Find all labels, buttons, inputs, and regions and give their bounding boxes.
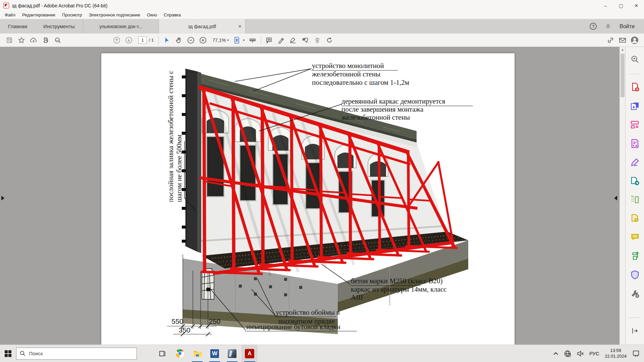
account-avatar-icon[interactable] xyxy=(629,35,641,46)
pdf-page: устройство монолитной железобетонной сте… xyxy=(101,53,515,345)
note-timber-line3: железобетонной стены xyxy=(341,113,410,121)
presentation-mode-icon[interactable] xyxy=(247,35,259,46)
bell-icon[interactable] xyxy=(605,23,611,30)
note-monolithic-line1: устройство монолитной xyxy=(312,62,384,70)
zoom-level-value[interactable]: 77,1% xyxy=(212,38,226,43)
menu-file[interactable]: Файл xyxy=(1,12,19,17)
edit-pdf-icon[interactable] xyxy=(630,120,640,130)
note-clamps-line1: устройство обоймы в xyxy=(276,308,340,316)
email-icon[interactable] xyxy=(616,35,629,46)
more-tools-icon[interactable] xyxy=(630,289,640,299)
volume-muted-icon[interactable] xyxy=(577,351,584,357)
page-total-label: / 1 xyxy=(149,38,154,43)
open-tools-pane-icon[interactable] xyxy=(630,326,640,336)
tab-tools[interactable]: Инструменты xyxy=(35,19,83,34)
search-glass-icon xyxy=(20,351,25,356)
zoom-out-icon[interactable] xyxy=(185,35,197,46)
open-navigation-pane-icon[interactable] xyxy=(1,196,4,200)
menu-view[interactable]: Просмотр xyxy=(59,12,85,17)
rotate-icon[interactable] xyxy=(323,35,335,46)
vertical-scrollbar[interactable]: ▲ xyxy=(620,47,625,345)
maximize-button[interactable]: ▢ xyxy=(613,0,629,11)
create-pdf-icon[interactable] xyxy=(630,82,640,92)
note-concrete-line2: каркас из арматуры 14мм, класс xyxy=(351,285,447,293)
file-explorer-button[interactable] xyxy=(189,345,205,362)
menu-help[interactable]: Справка xyxy=(160,12,184,17)
organize-pages-icon[interactable] xyxy=(630,195,640,205)
send-for-review-icon[interactable] xyxy=(630,214,640,224)
note-concrete-line3: АIII xyxy=(351,293,363,301)
main-toolbar: 1 / 1 77,1% ▾ ▾ xyxy=(0,34,644,47)
file-explorer-icon xyxy=(193,350,202,358)
document-canvas[interactable]: устройство монолитной железобетонной сте… xyxy=(0,47,625,345)
sign-pen-icon[interactable] xyxy=(287,35,299,46)
hand-tool-icon[interactable] xyxy=(173,35,185,46)
menu-edit[interactable]: Редактирование xyxy=(19,12,59,17)
dimension-550: 550 xyxy=(171,317,183,325)
search-placeholder: Поиск xyxy=(29,351,43,356)
search-icon[interactable] xyxy=(52,35,64,46)
fit-dropdown-icon[interactable]: ▾ xyxy=(243,38,245,42)
dimension-250: 250 xyxy=(209,317,220,325)
scrollbar-thumb[interactable] xyxy=(621,54,625,97)
comment-tool-icon[interactable] xyxy=(630,232,640,242)
taskbar-search-input[interactable]: Поиск xyxy=(16,348,137,360)
document-tab-1[interactable]: ульяновские док-т... xyxy=(83,19,159,34)
action-center-icon[interactable] xyxy=(632,350,640,357)
scroll-up-icon[interactable]: ▲ xyxy=(620,47,625,52)
stamp-icon[interactable] xyxy=(299,35,311,46)
language-indicator[interactable]: РУС xyxy=(589,351,599,356)
previous-page-icon[interactable] xyxy=(111,35,123,46)
star-icon[interactable] xyxy=(15,35,28,46)
print-icon[interactable] xyxy=(40,35,52,46)
windows-taskbar: Поиск W A РУС 13:59 22.01.2024 xyxy=(0,345,644,362)
previous-view-icon[interactable] xyxy=(614,196,617,200)
scan-ocr-icon[interactable] xyxy=(630,251,640,261)
trash-icon[interactable] xyxy=(311,35,323,46)
prepare-form-icon[interactable] xyxy=(630,138,640,148)
save-icon[interactable] xyxy=(3,35,15,46)
sign-in-button[interactable]: Войти xyxy=(620,23,635,29)
protect-icon[interactable] xyxy=(630,270,640,280)
document-tab-2[interactable]: зд фасад.pdf ✕ xyxy=(159,19,246,34)
title-bar: зд фасад.pdf - Adobe Acrobat Pro DC (64-… xyxy=(0,0,644,11)
workspace: устройство монолитной железобетонной сте… xyxy=(0,47,644,345)
share-cloud-icon[interactable] xyxy=(28,35,40,46)
zoom-in-icon[interactable] xyxy=(197,35,209,46)
menu-esign[interactable]: Электронное подписание xyxy=(85,12,144,17)
chrome-icon xyxy=(175,349,184,358)
note-monolithic-line3: последовательно с шагом 1-1,2м xyxy=(312,78,409,86)
export-pdf-icon[interactable] xyxy=(630,101,640,111)
next-page-icon[interactable] xyxy=(123,35,135,46)
link-icon[interactable] xyxy=(604,35,616,46)
start-button[interactable] xyxy=(0,345,16,362)
page-number-input[interactable]: 1 xyxy=(138,37,147,44)
menu-window[interactable]: Окно xyxy=(144,12,160,17)
zoom-dropdown-icon[interactable]: ▾ xyxy=(227,38,229,42)
word-button[interactable]: W xyxy=(207,345,223,362)
image-viewer-icon xyxy=(228,349,236,358)
comment-icon[interactable] xyxy=(263,35,275,46)
close-tab-icon[interactable]: ✕ xyxy=(238,24,242,29)
hidden-icons-chevron-icon[interactable] xyxy=(553,352,558,355)
acrobat-icon: A xyxy=(245,349,254,358)
select-cursor-icon[interactable] xyxy=(161,35,173,46)
fit-page-icon[interactable] xyxy=(231,35,243,46)
task-view-button[interactable] xyxy=(154,345,170,362)
chrome-button[interactable] xyxy=(172,345,188,362)
tools-rail xyxy=(625,47,644,345)
note-monolithic-line2: железобетонной стены xyxy=(312,70,380,78)
image-viewer-button[interactable] xyxy=(224,345,240,362)
taskbar-clock[interactable]: 13:59 22.01.2024 xyxy=(605,348,627,359)
help-icon[interactable]: ? xyxy=(590,23,597,30)
close-button[interactable]: ✕ xyxy=(629,0,644,11)
fill-and-sign-icon[interactable] xyxy=(630,157,640,167)
tab-home[interactable]: Главная xyxy=(0,19,35,34)
search-enhance-icon[interactable] xyxy=(630,54,640,64)
minimize-button[interactable]: – xyxy=(598,0,613,11)
network-globe-icon[interactable] xyxy=(564,350,571,357)
acrobat-button[interactable]: A xyxy=(241,345,258,362)
note-concrete-line1: бетон марки М250 (класс В20) xyxy=(351,277,443,285)
highlight-icon[interactable] xyxy=(275,35,287,46)
share-pdf-icon[interactable] xyxy=(630,176,640,186)
